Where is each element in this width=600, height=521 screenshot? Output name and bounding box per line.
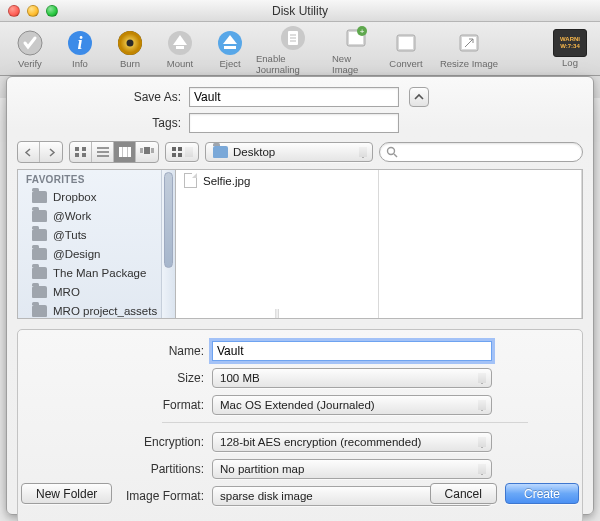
svg-rect-34 [144,147,150,154]
folder-icon [32,286,47,298]
collapse-browser-button[interactable] [409,87,429,107]
view-mode-segment[interactable] [69,141,159,163]
format-label: Format: [32,394,212,416]
view-coverflow-mode[interactable] [136,142,158,162]
format-popup[interactable]: Mac OS Extended (Journaled) [212,395,492,415]
svg-line-42 [394,154,397,157]
folder-icon [213,146,228,158]
create-button[interactable]: Create [505,483,579,504]
search-field[interactable] [379,142,583,162]
encryption-label: Encryption: [32,431,212,453]
save-sheet: Save As: Tags: [6,76,594,515]
scrollbar-thumb[interactable] [164,172,173,268]
svg-rect-8 [176,46,184,49]
sidebar-item-work[interactable]: @Work [18,206,175,225]
name-input[interactable] [212,341,492,361]
toolbar-label: Log [562,57,578,68]
new-image-button[interactable]: + New Image [332,23,380,75]
mount-button[interactable]: Mount [156,23,204,75]
svg-rect-31 [119,147,122,157]
sidebar-item-dropbox[interactable]: Dropbox [18,187,175,206]
view-list-mode[interactable] [92,142,114,162]
arrange-popup[interactable] [165,142,199,162]
eject-icon [215,28,245,58]
svg-rect-25 [82,147,86,151]
tags-input[interactable] [189,113,399,133]
toolbar-label: Eject [219,58,240,69]
save-as-input[interactable] [189,87,399,107]
svg-rect-39 [172,153,176,157]
verify-button[interactable]: Verify [6,23,54,75]
burn-icon [115,28,145,58]
file-entry[interactable]: Selfie.jpg [176,170,378,191]
svg-rect-35 [140,148,143,153]
search-icon [386,146,398,158]
info-button[interactable]: i Info [56,23,104,75]
sidebar-scrollbar[interactable] [161,170,175,318]
forward-button[interactable] [40,142,62,162]
nav-back-forward[interactable] [17,141,63,163]
mount-icon [165,28,195,58]
sidebar-header: FAVORITES [18,170,175,187]
column-view-icon [119,147,131,157]
sidebar-item-mro[interactable]: MRO [18,282,175,301]
coverflow-view-icon [140,147,154,157]
encryption-popup[interactable]: 128-bit AES encryption (recommended) [212,432,492,452]
toolbar: Verify i Info Burn Mount Eject Enable Jo… [0,22,600,76]
convert-icon [391,28,421,58]
svg-rect-26 [75,153,79,157]
svg-point-41 [388,148,395,155]
column-1[interactable] [379,170,582,318]
toolbar-label: Burn [120,58,140,69]
name-label: Name: [32,340,212,362]
new-folder-button[interactable]: New Folder [21,483,112,504]
file-icon [184,173,197,188]
file-name: Selfie.jpg [203,175,250,187]
grid-arrange-icon [172,147,184,157]
folder-icon [32,229,47,241]
info-icon: i [65,28,95,58]
svg-text:i: i [77,33,82,53]
enable-journaling-button[interactable]: Enable Journaling [256,23,330,75]
svg-rect-37 [172,147,176,151]
svg-rect-21 [399,37,413,49]
eject-button[interactable]: Eject [206,23,254,75]
svg-rect-10 [224,46,236,49]
titlebar: Disk Utility [0,0,600,22]
location-popup[interactable]: Desktop [205,142,373,162]
column-resize-handle[interactable]: || [275,308,280,318]
log-button[interactable]: WARNIW:7:34 Log [546,23,594,75]
burn-button[interactable]: Burn [106,23,154,75]
chevron-left-icon [24,148,33,157]
file-browser: FAVORITES Dropbox @Work @Tuts @Design Th… [17,169,583,319]
size-popup[interactable]: 100 MB [212,368,492,388]
size-label: Size: [32,367,212,389]
cancel-button[interactable]: Cancel [430,483,497,504]
back-button[interactable] [18,142,40,162]
save-as-label: Save As: [7,90,189,104]
toolbar-label: Mount [167,58,193,69]
folder-icon [32,210,47,222]
sidebar-item-design[interactable]: @Design [18,244,175,263]
resize-image-button[interactable]: Resize Image [432,23,506,75]
view-column-mode[interactable] [114,142,136,162]
folder-icon [32,248,47,260]
sidebar-item-man-package[interactable]: The Man Package [18,263,175,282]
svg-rect-27 [82,153,86,157]
toolbar-label: Info [72,58,88,69]
toolbar-label: Enable Journaling [256,53,330,75]
chevron-up-icon [414,92,424,102]
resize-image-icon [454,28,484,58]
column-0[interactable]: Selfie.jpg || [176,170,379,318]
location-value: Desktop [233,146,275,158]
sidebar-item-mro-assets[interactable]: MRO project_assets [18,301,175,318]
folder-icon [32,305,47,317]
view-icon-mode[interactable] [70,142,92,162]
sheet-footer: New Folder Cancel Create [7,473,593,514]
sidebar-item-tuts[interactable]: @Tuts [18,225,175,244]
journaling-icon [278,23,308,53]
svg-rect-32 [123,147,126,157]
convert-button[interactable]: Convert [382,23,430,75]
size-value: 100 MB [220,372,260,384]
folder-icon [32,191,47,203]
